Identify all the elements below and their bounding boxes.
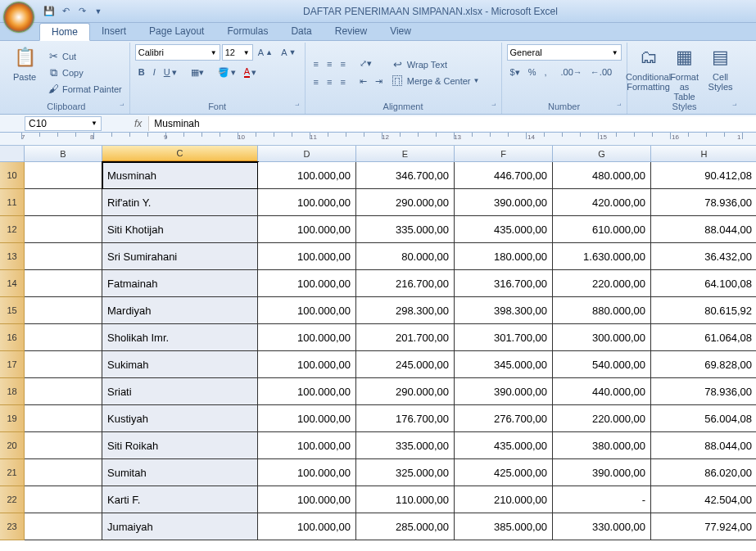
cut-button[interactable]: ✂Cut — [44, 49, 124, 64]
cell-value[interactable]: 390.000,00 — [455, 189, 553, 216]
cell-value[interactable]: 100.000,00 — [258, 513, 356, 540]
cell-value[interactable]: 398.300,00 — [455, 297, 553, 324]
tab-view[interactable]: View — [378, 23, 423, 40]
cell-value[interactable]: 425.000,00 — [455, 459, 553, 486]
cell[interactable] — [25, 459, 102, 486]
cell-value[interactable]: 380.000,00 — [553, 432, 651, 459]
column-header-H[interactable]: H — [651, 146, 756, 162]
row-header[interactable]: 20 — [0, 432, 25, 459]
cell-value[interactable]: 86.020,00 — [651, 459, 756, 486]
cell-value[interactable]: 316.700,00 — [455, 270, 553, 297]
cell-name[interactable]: Sukimah — [102, 351, 258, 378]
cell-name[interactable]: Sri Sumirahani — [102, 243, 258, 270]
cell-value[interactable]: 100.000,00 — [258, 486, 356, 513]
cell-value[interactable]: 100.000,00 — [258, 243, 356, 270]
tab-formulas[interactable]: Formulas — [215, 23, 279, 40]
cell-value[interactable]: 100.000,00 — [258, 216, 356, 243]
cell-value[interactable]: 100.000,00 — [258, 297, 356, 324]
cell-value[interactable]: 100.000,00 — [258, 189, 356, 216]
save-icon[interactable]: 💾 — [43, 5, 56, 18]
cell-value[interactable]: 610.000,00 — [553, 216, 651, 243]
cell[interactable] — [25, 162, 102, 189]
cell-value[interactable]: 69.828,00 — [651, 351, 756, 378]
select-all-button[interactable] — [0, 146, 25, 162]
cell-value[interactable]: 440.000,00 — [553, 378, 651, 405]
cell-value[interactable]: 80.000,00 — [356, 243, 455, 270]
conditional-formatting-button[interactable]: 🗂Conditional Formatting — [632, 44, 665, 102]
cell-value[interactable]: 100.000,00 — [258, 270, 356, 297]
cell-value[interactable]: 100.000,00 — [258, 378, 356, 405]
cell-value[interactable]: 100.000,00 — [258, 324, 356, 351]
column-header-C[interactable]: C — [102, 146, 258, 162]
cell-value[interactable]: 42.504,00 — [651, 486, 756, 513]
cell-value[interactable]: 64.100,08 — [651, 270, 756, 297]
cell-value[interactable]: 110.000,00 — [356, 486, 455, 513]
increase-decimal-button[interactable]: .00→ — [558, 64, 586, 80]
cell-name[interactable]: Rif'atin Y. — [102, 189, 258, 216]
cell-value[interactable]: 100.000,00 — [258, 405, 356, 432]
cell-name[interactable]: Siti Roikah — [102, 432, 258, 459]
cell-value[interactable]: 245.000,00 — [356, 351, 455, 378]
font-size-combo[interactable]: 12▼ — [222, 44, 253, 61]
cell-value[interactable]: 390.000,00 — [553, 459, 651, 486]
cell-name[interactable]: Fatmainah — [102, 270, 258, 297]
align-center-button[interactable]: ≡ — [324, 74, 335, 90]
column-header-B[interactable]: B — [25, 146, 102, 162]
cell-value[interactable]: 385.000,00 — [455, 513, 553, 540]
cell-value[interactable]: 325.000,00 — [356, 459, 455, 486]
cell-value[interactable]: 285.000,00 — [356, 513, 455, 540]
row-header[interactable]: 23 — [0, 513, 25, 540]
cell-value[interactable]: 56.004,08 — [651, 405, 756, 432]
font-name-combo[interactable]: Calibri▼ — [135, 44, 220, 61]
redo-icon[interactable]: ↷ — [75, 5, 88, 18]
orientation-button[interactable]: ⤢▾ — [356, 56, 375, 72]
cell-name[interactable]: Siti Khotijah — [102, 216, 258, 243]
cell[interactable] — [25, 351, 102, 378]
row-header[interactable]: 15 — [0, 297, 25, 324]
cell-value[interactable]: 88.044,00 — [651, 432, 756, 459]
cell[interactable] — [25, 405, 102, 432]
cell[interactable] — [25, 243, 102, 270]
cell-value[interactable]: 290.000,00 — [356, 189, 455, 216]
cell-value[interactable]: 435.000,00 — [455, 432, 553, 459]
wrap-text-button[interactable]: ↩Wrap Text — [389, 57, 482, 72]
cell-value[interactable]: 100.000,00 — [258, 459, 356, 486]
align-left-button[interactable]: ≡ — [310, 74, 322, 90]
cell[interactable] — [25, 270, 102, 297]
fx-icon[interactable]: fx — [134, 118, 142, 129]
cell-value[interactable]: 480.000,00 — [553, 162, 651, 189]
cell-value[interactable]: 216.700,00 — [356, 270, 455, 297]
cell-value[interactable]: 61.064,08 — [651, 324, 756, 351]
cell-value[interactable]: 180.000,00 — [455, 243, 553, 270]
cell[interactable] — [25, 297, 102, 324]
cell-name[interactable]: Jumaiyah — [102, 513, 258, 540]
row-header[interactable]: 18 — [0, 378, 25, 405]
cell-value[interactable]: 210.000,00 — [455, 486, 553, 513]
merge-center-button[interactable]: ⿵Merge & Center▼ — [389, 74, 482, 88]
cell-value[interactable]: 90.412,08 — [651, 162, 756, 189]
column-header-F[interactable]: F — [455, 146, 553, 162]
cell[interactable] — [25, 378, 102, 405]
tab-home[interactable]: Home — [39, 23, 90, 41]
cell-value[interactable]: 330.000,00 — [553, 513, 651, 540]
decrease-font-button[interactable]: A▼ — [278, 44, 299, 61]
qat-dropdown-icon[interactable]: ▼ — [92, 5, 105, 18]
align-right-button[interactable]: ≡ — [337, 74, 348, 90]
cell-value[interactable]: 276.700,00 — [455, 405, 553, 432]
cell[interactable] — [25, 432, 102, 459]
cell-value[interactable]: 335.000,00 — [356, 432, 455, 459]
column-header-E[interactable]: E — [356, 146, 455, 162]
paste-button[interactable]: 📋 Paste — [8, 44, 41, 101]
formula-input[interactable] — [148, 116, 756, 131]
cell-name[interactable]: Musminah — [102, 162, 258, 189]
tab-page-layout[interactable]: Page Layout — [138, 23, 215, 40]
copy-button[interactable]: ⧉Copy — [44, 65, 124, 80]
tab-data[interactable]: Data — [279, 23, 323, 40]
cell-value[interactable]: 420.000,00 — [553, 189, 651, 216]
cell-value[interactable]: 77.924,00 — [651, 513, 756, 540]
cell[interactable] — [25, 513, 102, 540]
cell-value[interactable]: 390.000,00 — [455, 378, 553, 405]
column-header-G[interactable]: G — [553, 146, 651, 162]
cell-value[interactable]: 1.630.000,00 — [553, 243, 651, 270]
border-button[interactable]: ▦▾ — [188, 64, 207, 80]
